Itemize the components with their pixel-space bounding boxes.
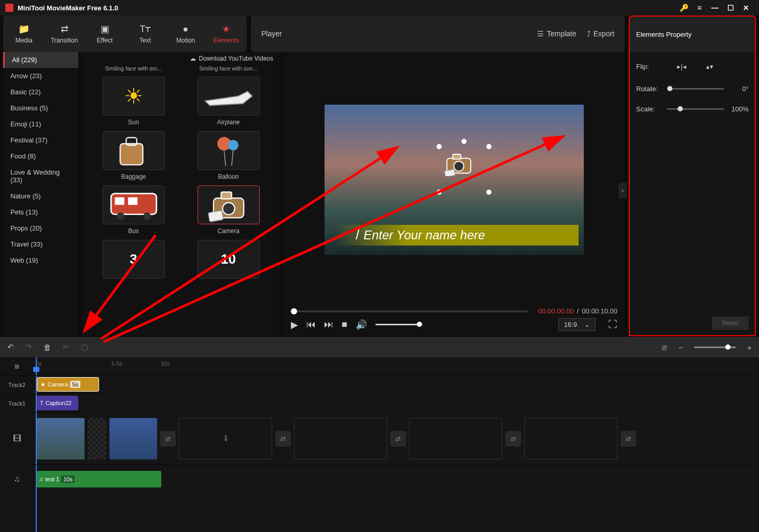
export-button[interactable]: ⤴ Export <box>587 30 614 38</box>
video-slot[interactable] <box>524 418 617 459</box>
caption-clip[interactable]: T Caption22 <box>37 396 78 410</box>
nav-elements[interactable]: ★Elements <box>210 23 242 44</box>
category-item[interactable]: Web (19) <box>3 252 78 268</box>
category-item[interactable]: Love & Wedding (33) <box>3 164 78 188</box>
next-panel-button[interactable]: › <box>619 183 627 198</box>
timeline-ruler[interactable]: 0s 5.5s 10s <box>34 357 759 375</box>
element-thumb-baggage[interactable] <box>103 131 165 170</box>
minimize-button[interactable]: — <box>707 4 723 12</box>
element-thumb-airplane[interactable] <box>198 77 260 116</box>
flip-horizontal-button[interactable]: ▸|◂ <box>673 60 690 73</box>
element-thumb-sun[interactable]: ☀ <box>103 77 165 116</box>
rotate-slider[interactable] <box>667 88 724 90</box>
time-scrubber[interactable] <box>291 310 528 312</box>
track2-label: Track2 <box>0 375 34 394</box>
media-icon: 📁 <box>18 23 30 35</box>
category-item[interactable]: Nature (5) <box>3 188 78 204</box>
fullscreen-button[interactable]: ⛶ <box>608 319 617 330</box>
maximize-button[interactable]: ☐ <box>723 4 738 12</box>
video-slot[interactable] <box>294 418 387 459</box>
app-logo <box>5 4 13 12</box>
category-item[interactable]: Props (20) <box>3 220 78 236</box>
flip-vertical-button[interactable]: ▴▾ <box>701 60 718 73</box>
element-thumb-countdown[interactable]: 10 <box>198 240 260 279</box>
rotate-label: Rotate: <box>636 85 662 93</box>
text-icon: T <box>40 400 44 406</box>
redo-button[interactable]: ↷ <box>25 342 32 352</box>
svg-line-4 <box>224 151 226 166</box>
transition-placeholder[interactable]: ⇄ <box>390 431 406 447</box>
video-slot[interactable]: ⬇ <box>179 418 272 459</box>
element-label-cut: Smiling face with sm... <box>89 65 178 71</box>
element-thumb-bus[interactable] <box>103 185 165 224</box>
stop-button[interactable]: ■ <box>342 319 347 330</box>
audio-track[interactable]: ♫ test 1 10s <box>34 464 759 493</box>
category-item[interactable]: Emoji (11) <box>3 116 78 132</box>
element-thumb-balloon[interactable] <box>198 131 260 170</box>
menu-icon[interactable]: ≡ <box>692 4 707 12</box>
category-item[interactable]: Business (5) <box>3 100 78 116</box>
volume-icon[interactable]: 🔊 <box>356 319 367 330</box>
reset-button[interactable]: Reset <box>712 317 749 330</box>
zoom-slider[interactable] <box>694 347 736 348</box>
scale-value: 100% <box>729 105 749 113</box>
template-button[interactable]: ☰ Template <box>537 30 577 38</box>
effect-icon: ▣ <box>101 23 109 35</box>
element-label: Airplane <box>184 119 273 126</box>
category-item[interactable]: Festival (37) <box>3 132 78 148</box>
camera-sticker[interactable] <box>444 151 484 192</box>
prev-frame-button[interactable]: ⏮ <box>306 319 316 330</box>
volume-slider[interactable] <box>375 324 422 325</box>
nav-transition[interactable]: ⇄Transition <box>49 23 80 44</box>
category-item[interactable]: Arrow (23) <box>3 68 78 84</box>
audio-clip[interactable]: ♫ test 1 10s <box>37 471 161 487</box>
video-clip-2[interactable] <box>109 418 157 459</box>
scale-slider[interactable] <box>667 108 724 110</box>
aspect-ratio-select[interactable]: 16:9 ⌄ <box>558 318 596 331</box>
video-clip-1[interactable] <box>37 418 85 459</box>
download-videos-link[interactable]: Download YouTube Videos <box>199 55 273 62</box>
play-button[interactable]: ▶ <box>291 319 298 330</box>
element-thumb-countdown[interactable]: 3 <box>103 240 165 279</box>
total-time: 00:00:10.00 <box>582 307 617 315</box>
text-icon: Tᴛ <box>140 23 151 35</box>
video-track[interactable]: ⇄ ⬇ ⇄ ⇄ ⇄ ⇄ <box>34 412 759 464</box>
crop-button[interactable]: ▢ <box>81 342 88 352</box>
zoom-in-button[interactable]: + <box>747 343 752 352</box>
next-frame-button[interactable]: ⏭ <box>324 319 333 330</box>
transition-placeholder[interactable]: ⇄ <box>505 431 521 447</box>
nav-media[interactable]: 📁Media <box>8 23 39 44</box>
key-icon[interactable]: 🔑 <box>676 4 692 12</box>
svg-rect-7 <box>115 197 124 205</box>
properties-panel: Flip: ▸|◂ ▴▾ Rotate: 0° Scale: 100% Rese… <box>629 52 756 336</box>
undo-button[interactable]: ↶ <box>7 342 14 352</box>
zoom-out-button[interactable]: − <box>678 343 683 352</box>
nav-effect[interactable]: ▣Effect <box>89 23 120 44</box>
category-item[interactable]: Travel (33) <box>3 236 78 252</box>
category-item[interactable]: Basic (22) <box>3 84 78 100</box>
transition-placeholder[interactable]: ⇄ <box>275 431 291 447</box>
add-track-button[interactable]: ⊞ <box>0 357 34 375</box>
camera-clip[interactable]: ★ Camera 5s <box>37 377 99 392</box>
category-item[interactable]: All (229) <box>3 52 78 68</box>
close-button[interactable]: ✕ <box>738 4 754 12</box>
nav-text[interactable]: TᴛText <box>130 23 161 44</box>
audio-icon: ♫ <box>39 476 43 482</box>
name-caption[interactable]: / Enter Your name here <box>335 225 579 246</box>
magnet-icon[interactable]: ⎚ <box>662 343 667 352</box>
element-thumb-camera[interactable] <box>198 185 260 224</box>
preview-canvas[interactable]: / Enter Your name here <box>289 57 620 302</box>
player-title: Player <box>261 30 282 38</box>
cloud-download-icon: ☁ <box>190 55 196 62</box>
nav-motion[interactable]: ●Motion <box>170 24 201 44</box>
delete-button[interactable]: 🗑 <box>44 343 51 352</box>
video-slot[interactable] <box>409 418 502 459</box>
split-button[interactable]: ✂ <box>63 342 69 352</box>
transition-gap[interactable] <box>88 418 106 459</box>
timeline-panel: ↶ ↷ 🗑 ✂ ▢ ⎚ − + ⊞ Track2 Track1 🎞 ♫ 0s 5… <box>0 336 759 532</box>
category-item[interactable]: Food (8) <box>3 148 78 164</box>
transition-placeholder[interactable]: ⇄ <box>160 431 176 447</box>
transition-placeholder[interactable]: ⇄ <box>621 431 636 447</box>
timeline-tracks[interactable]: 0s 5.5s 10s ★ Camera 5s T Caption22 <box>34 357 759 532</box>
category-item[interactable]: Pets (13) <box>3 204 78 220</box>
